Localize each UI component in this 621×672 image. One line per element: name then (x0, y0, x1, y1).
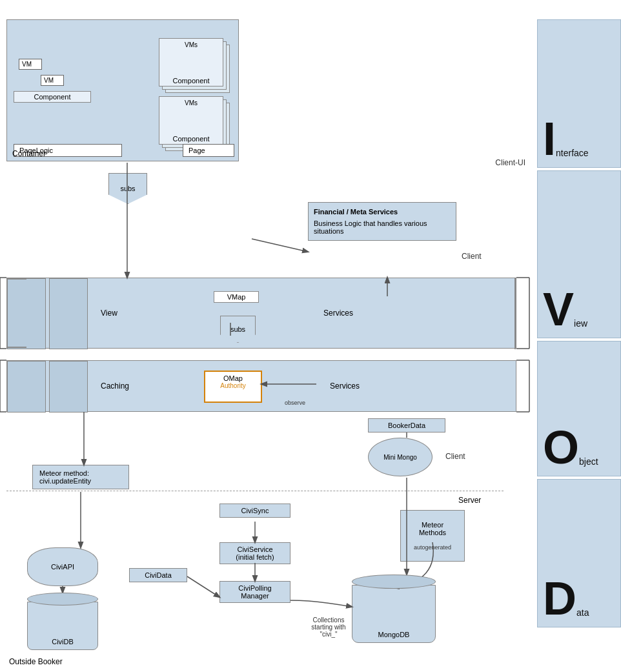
caching-left-sub (7, 361, 46, 412)
server-client-divider (6, 491, 504, 491)
civiapi-cloud: CiviAPI (27, 547, 98, 586)
data-letter: D (543, 575, 576, 622)
vms-label-1: VMs (163, 41, 219, 48)
cividb-label: CiviDB (52, 638, 74, 646)
object-sublabel: bject (579, 456, 598, 471)
financial-title: Financial / Meta Services (314, 208, 451, 216)
view-services-row: View Services VMap subs (6, 278, 516, 349)
meteor-methods-server-box: Meteor Methods autogenerated (400, 510, 465, 562)
mini-mongo: Mini Mongo (368, 438, 433, 476)
view-label: View (101, 309, 117, 318)
right-panel: Interface View Object Data (537, 19, 621, 652)
vm-box-2: VM (41, 75, 64, 86)
view-left-sub-box-2 (49, 278, 88, 349)
omap-label: OMap (210, 374, 256, 382)
meteor-method-box: Meteor method: civi.updateEntity (32, 465, 129, 489)
caching-row: Caching OMap Authority Services observe (6, 360, 516, 412)
component-box-3: VMs Component (159, 96, 223, 145)
data-box: Data (537, 479, 621, 627)
client-ui-label: Client-UI (495, 158, 525, 167)
authority-label: Authority (210, 382, 256, 389)
caching-left-sub-2 (49, 361, 88, 412)
mongodb-cylinder: MongoDB (352, 575, 436, 646)
object-box: Object (537, 341, 621, 476)
mongodb-label: MongoDB (378, 631, 410, 638)
interface-letter: I (543, 116, 556, 162)
component-box-2: VMs Component (159, 38, 223, 87)
observe-label: observe (285, 400, 305, 406)
subs-shape-2: subs (220, 316, 256, 343)
booker-data-box: BookerData (368, 418, 445, 433)
civi-sync-box: CiviSync (219, 504, 290, 518)
page-box: Page (183, 144, 234, 157)
client-label: Client (462, 252, 482, 261)
meteor-methods-label: Meteor Methods (406, 521, 459, 536)
component-label-2: Component (163, 77, 219, 85)
caching-label: Caching (101, 382, 129, 391)
data-sublabel: ata (576, 607, 589, 622)
omap-box: OMap Authority (204, 371, 262, 403)
view-letter: V (543, 286, 574, 332)
component-box-1: Component (14, 91, 91, 103)
civi-data-box: CiviData (129, 568, 187, 582)
services-label-1: Services (323, 309, 353, 318)
vms-label-2: VMs (163, 99, 219, 107)
services-label-2: Services (330, 382, 360, 391)
component-label-3: Component (163, 135, 219, 143)
svg-line-1 (252, 239, 308, 252)
cividb-cylinder: CiviDB (27, 593, 98, 651)
interface-sublabel: nterface (556, 148, 589, 162)
object-letter: O (543, 424, 579, 471)
container-box: VM VM Component VMs Component VMs Compon… (6, 19, 239, 161)
diagram: Interface View Object Data Client-UI VM … (0, 0, 621, 672)
outside-booker-label: Outside Booker (9, 657, 63, 666)
civi-service-box: CiviService (initial fetch) (219, 542, 290, 564)
view-box-right: View (537, 170, 621, 338)
container-label: Container (12, 149, 46, 158)
financial-box: Financial / Meta Services Business Logic… (308, 202, 456, 241)
interface-box: Interface (537, 19, 621, 168)
server-label: Server (458, 496, 481, 505)
view-sublabel: iew (574, 318, 587, 332)
financial-body: Business Logic that handles various situ… (314, 219, 451, 235)
svg-line-10 (187, 576, 219, 597)
collections-label: Collections starting with "civi_" (300, 616, 358, 638)
subs-label-1: subs (120, 185, 135, 192)
autogenerated-label: autogenerated (406, 544, 459, 551)
subs-label-2: subs (230, 325, 245, 333)
vm-box-1: VM (19, 59, 42, 70)
view-left-sub-box (7, 278, 46, 349)
client-label-2: Client (445, 452, 465, 461)
civi-polling-box: CiviPolling Manager (219, 581, 290, 603)
vmap-box: VMap (214, 291, 259, 303)
subs-shape-1: subs (108, 173, 147, 204)
